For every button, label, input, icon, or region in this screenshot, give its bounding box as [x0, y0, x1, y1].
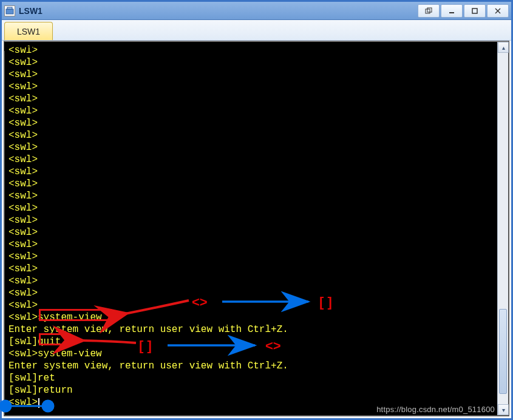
terminal-line: <swl> [8, 56, 494, 69]
terminal-line: <swl> [8, 129, 494, 141]
cursor [38, 398, 39, 408]
titlebar: LSW1 [2, 2, 511, 20]
terminal-line: <swl> [8, 178, 494, 190]
tabstrip: LSW1 [2, 20, 511, 41]
terminal-line: <swl> [8, 141, 494, 154]
terminal-line: <swl> [8, 239, 494, 251]
terminal-line: <swl> [8, 93, 494, 105]
terminal-line: <swl> [8, 69, 494, 81]
minimize-button[interactable] [441, 4, 463, 18]
app-icon [4, 5, 15, 16]
terminal-line: <swl> [8, 226, 494, 239]
window-title: LSW1 [19, 6, 418, 16]
terminal-line: <swl>system-view [8, 348, 494, 360]
terminal-line: <swl> [8, 117, 494, 129]
terminal-line: <swl> [8, 44, 494, 56]
terminal-line: <swl> [8, 396, 494, 408]
restore-overlap-button[interactable] [418, 4, 440, 18]
close-button[interactable] [487, 4, 509, 18]
scrollbar[interactable]: ▴ ▾ [497, 42, 508, 415]
scroll-up-button[interactable]: ▴ [498, 42, 509, 53]
terminal-line: <swl> [8, 105, 494, 117]
scroll-thumb[interactable] [499, 309, 507, 394]
terminal[interactable]: <swl><swl><swl><swl><swl><swl><swl><swl>… [5, 42, 497, 415]
terminal-line: <swl> [8, 166, 494, 178]
terminal-line: [swl]return [8, 384, 494, 396]
window-buttons [418, 4, 509, 18]
terminal-line: <swl> [8, 263, 494, 275]
svg-rect-0 [6, 9, 13, 14]
tab-lsw1[interactable]: LSW1 [4, 22, 53, 40]
terminal-line: <swl> [8, 214, 494, 226]
terminal-container: <swl><swl><swl><swl><swl><swl><swl><swl>… [4, 41, 509, 416]
terminal-line: Enter system view, return user view with… [8, 323, 494, 336]
terminal-line: <swl>system-view [8, 311, 494, 323]
svg-rect-1 [7, 7, 12, 9]
terminal-line: <swl> [8, 202, 494, 214]
terminal-line: <swl> [8, 287, 494, 299]
terminal-line: <swl> [8, 81, 494, 93]
terminal-line: <swl> [8, 275, 494, 287]
terminal-line: <swl> [8, 154, 494, 166]
tab-label: LSW1 [17, 27, 40, 36]
scroll-down-button[interactable]: ▾ [498, 404, 509, 415]
svg-rect-5 [472, 8, 477, 13]
terminal-line: [swl]quit [8, 336, 494, 348]
terminal-line: <swl> [8, 251, 494, 263]
maximize-button[interactable] [464, 4, 486, 18]
terminal-line: Enter system view, return user view with… [8, 360, 494, 372]
terminal-line: [swl]ret [8, 372, 494, 384]
window-frame: LSW1 LSW1 <swl><swl><swl><swl><swl><swl>… [0, 0, 513, 420]
terminal-line: <swl> [8, 190, 494, 202]
terminal-line: <swl> [8, 299, 494, 311]
